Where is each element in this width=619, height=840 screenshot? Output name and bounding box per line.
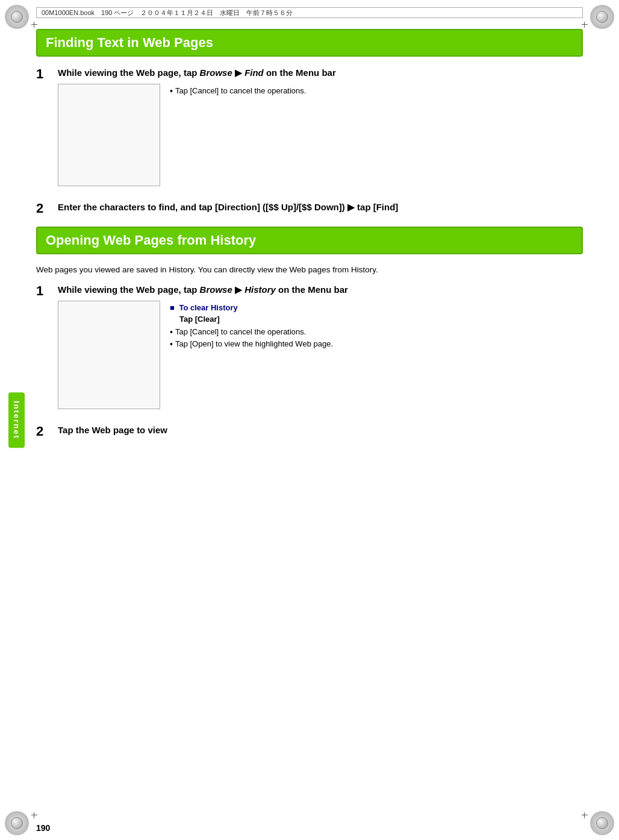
section1-step2-title: Enter the characters to find, and tap [D… bbox=[58, 201, 583, 213]
section2-step2: 2 Tap the Web page to view bbox=[36, 424, 583, 441]
section2-heading: Opening Web Pages from History bbox=[36, 227, 583, 254]
header-bar: 00M1000EN.book 190 ページ ２００４年１１月２４日 水曜日 午… bbox=[36, 7, 583, 18]
corner-br bbox=[590, 811, 614, 835]
section1-heading: Finding Text in Web Pages bbox=[36, 29, 583, 57]
section2-step1-notes: To clear History Tap [Clear] Tap [Cancel… bbox=[170, 301, 333, 351]
section1-step1-note1: Tap [Cancel] to cancel the operations. bbox=[170, 86, 306, 96]
page-container: 00M1000EN.book 190 ページ ２００４年１１月２４日 水曜日 午… bbox=[0, 0, 619, 840]
section1-step1-image bbox=[58, 84, 160, 186]
corner-tr bbox=[590, 5, 614, 29]
section1-step1-title: While viewing the Web page, tap Browse ▶… bbox=[58, 66, 583, 79]
section2-step1-note1: Tap [Cancel] to cancel the operations. bbox=[170, 327, 333, 337]
section2-step1-image-row: To clear History Tap [Clear] Tap [Cancel… bbox=[58, 301, 583, 415]
section1-step2: 2 Enter the characters to find, and tap … bbox=[36, 201, 583, 218]
content-area: Finding Text in Web Pages 1 While viewin… bbox=[36, 24, 583, 816]
page-number: 190 bbox=[36, 823, 50, 833]
section1-step2-content: Enter the characters to find, and tap [D… bbox=[58, 201, 583, 218]
section1-step2-num: 2 bbox=[36, 201, 53, 216]
section2-step1-image bbox=[58, 301, 160, 409]
section1-step1-content: While viewing the Web page, tap Browse ▶… bbox=[58, 66, 583, 192]
section2-clear-body: Tap [Clear] bbox=[170, 315, 333, 324]
section2-step1: 1 While viewing the Web page, tap Browse… bbox=[36, 283, 583, 415]
section2-clear-header: To clear History bbox=[170, 303, 333, 312]
section2-step2-content: Tap the Web page to view bbox=[58, 424, 583, 441]
section2-step1-note2: Tap [Open] to view the highlighted Web p… bbox=[170, 339, 333, 349]
side-tab: Internet bbox=[8, 392, 25, 448]
section1-step1-image-row: Tap [Cancel] to cancel the operations. bbox=[58, 84, 583, 192]
section1-step1: 1 While viewing the Web page, tap Browse… bbox=[36, 66, 583, 192]
section2-step2-num: 2 bbox=[36, 424, 53, 439]
section1-step1-notes: Tap [Cancel] to cancel the operations. bbox=[170, 84, 306, 98]
corner-tl bbox=[5, 5, 29, 29]
section2-step2-title: Tap the Web page to view bbox=[58, 424, 583, 436]
header-text: 00M1000EN.book 190 ページ ２００４年１１月２４日 水曜日 午… bbox=[42, 8, 293, 17]
section2-description: Web pages you viewed are saved in Histor… bbox=[36, 264, 583, 276]
corner-bl bbox=[5, 811, 29, 835]
section1-step1-num: 1 bbox=[36, 66, 53, 82]
section2-step1-num: 1 bbox=[36, 283, 53, 299]
section2-step1-content: While viewing the Web page, tap Browse ▶… bbox=[58, 283, 583, 415]
section2-step1-title: While viewing the Web page, tap Browse ▶… bbox=[58, 283, 583, 296]
